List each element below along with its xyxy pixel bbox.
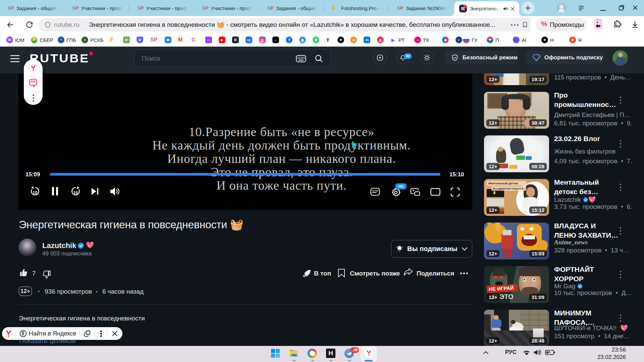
svg-text:10: 10 xyxy=(73,190,78,195)
svg-text:10: 10 xyxy=(33,190,38,195)
